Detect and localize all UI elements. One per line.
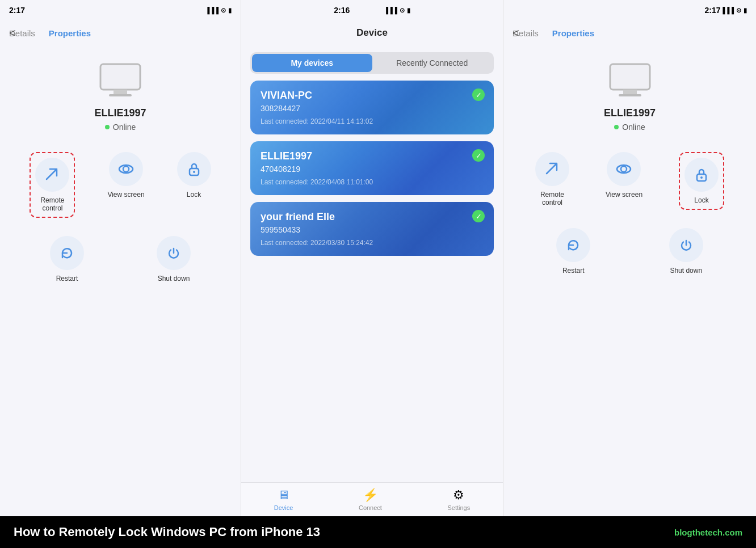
right-wifi-icon: ⊙ (736, 7, 741, 14)
friend-card-last: Last connected: 2022/03/30 15:24:42 (261, 239, 484, 247)
right-view-screen-button[interactable]: View screen (606, 152, 642, 210)
signal-icon: ▐▐▐ (205, 7, 219, 14)
right-lock-button[interactable]: Lock (684, 158, 719, 204)
right-view-screen-circle (607, 152, 641, 186)
right-device-status: Online (614, 123, 645, 132)
left-shutdown-button[interactable]: Shut down (157, 236, 191, 283)
right-status-icons: ▐▐▐ ⊙ ▮ (721, 7, 747, 14)
right-actions-row2: Restart Shut down (513, 219, 747, 284)
bottom-banner: How to Remotely Lock Windows PC from iPh… (0, 516, 756, 548)
ellie-card-id: 470408219 (261, 165, 484, 174)
right-restart-circle (556, 228, 590, 262)
device-card-friend[interactable]: ✓ your friend Elle 599550433 Last connec… (250, 202, 494, 256)
connect-tab-icon: ⚡ (363, 488, 378, 503)
left-device-content: ELLIE1997 Online (0, 45, 241, 516)
vivian-card-id: 308284427 (261, 104, 484, 113)
right-restart-label: Restart (562, 267, 585, 275)
settings-tab-label: Settings (447, 504, 470, 511)
svg-rect-1 (114, 90, 127, 94)
left-view-screen-circle (109, 152, 143, 186)
right-device-name: ELLIE1997 (604, 107, 656, 119)
svg-point-13 (700, 176, 703, 179)
device-tab-selector: My devices Recently Connected (250, 52, 494, 74)
recently-connected-tab[interactable]: Recently Connected (372, 54, 493, 72)
left-back-button[interactable]: < (9, 27, 16, 40)
right-time: 2:17 (705, 6, 721, 15)
my-devices-tab[interactable]: My devices (252, 54, 372, 72)
left-nav-bar: < Details Properties (0, 20, 241, 45)
left-remote-control-button[interactable]: Remotecontrol (35, 158, 69, 212)
left-view-screen-label: View screen (107, 191, 144, 199)
device-card-vivian[interactable]: ✓ VIVIAN-PC 308284427 Last connected: 20… (250, 81, 494, 134)
right-battery-icon: ▮ (744, 7, 747, 14)
wifi-icon: ⊙ (221, 7, 226, 14)
right-status-text: Online (622, 123, 645, 132)
device-tab-icon: 🖥 (278, 488, 290, 503)
tab-connect[interactable]: ⚡ Connect (359, 488, 382, 511)
svg-point-10 (621, 166, 627, 172)
device-list: ✓ VIVIAN-PC 308284427 Last connected: 20… (241, 81, 503, 482)
left-remote-control-circle (35, 158, 69, 192)
right-lock-highlight: Lock (679, 152, 724, 210)
center-time: 2:16 (334, 6, 350, 15)
bottom-banner-url: blogthetech.com (674, 528, 742, 537)
friend-card-name: your friend Elle (261, 211, 484, 223)
left-nav-tabs: Details Properties (9, 28, 91, 38)
left-restart-circle (50, 236, 84, 270)
left-device-status: Online (105, 123, 136, 132)
center-battery-icon: ▮ (407, 7, 410, 14)
svg-rect-0 (100, 64, 140, 90)
center-status-bar: 2:16 ▐▐▐ ⊙ ▮ (241, 0, 503, 20)
tab-settings[interactable]: ⚙ Settings (447, 488, 470, 511)
right-back-button[interactable]: < (513, 27, 519, 40)
svg-rect-9 (619, 94, 641, 96)
left-actions-row2: Restart Shut down (9, 227, 232, 292)
tab-device[interactable]: 🖥 Device (274, 488, 293, 511)
vivian-online-check: ✓ (472, 88, 485, 101)
right-status-dot (614, 125, 619, 129)
connect-tab-label: Connect (359, 504, 382, 511)
left-restart-button[interactable]: Restart (50, 236, 84, 283)
vivian-card-last: Last connected: 2022/04/11 14:13:02 (261, 117, 484, 125)
friend-card-id: 599550433 (261, 225, 484, 234)
center-nav-bar: Device (241, 20, 503, 45)
ellie-online-check: ✓ (472, 149, 485, 162)
right-restart-button[interactable]: Restart (556, 228, 590, 275)
left-device-name: ELLIE1997 (94, 107, 146, 119)
left-device-icon (98, 61, 143, 100)
settings-tab-icon: ⚙ (453, 488, 464, 503)
right-remote-control-label: Remotecontrol (540, 191, 564, 206)
left-lock-circle (177, 152, 211, 186)
right-nav-bar: < Details Properties (503, 20, 756, 45)
left-view-screen-button[interactable]: View screen (107, 152, 144, 218)
right-device-content: ELLIE1997 Online Remotecontrol (503, 45, 756, 516)
svg-point-3 (123, 166, 129, 172)
center-status-icons: ▐▐▐ ⊙ ▮ (384, 7, 410, 14)
left-lock-button[interactable]: Lock (177, 152, 211, 218)
device-tab-label: Device (274, 504, 293, 511)
left-panel: 2:17 ▐▐▐ ⊙ ▮ < Details Properties (0, 0, 241, 516)
right-device-icon (607, 61, 653, 100)
right-shutdown-button[interactable]: Shut down (669, 228, 703, 275)
bottom-tab-bar: 🖥 Device ⚡ Connect ⚙ Settings (241, 482, 503, 516)
right-actions-row1: Remotecontrol View screen (513, 143, 747, 219)
right-lock-label: Lock (694, 196, 708, 204)
friend-online-check: ✓ (472, 210, 485, 222)
svg-rect-2 (109, 94, 132, 96)
left-tab-properties[interactable]: Properties (49, 28, 91, 38)
right-status-bar: 2:17 ▐▐▐ ⊙ ▮ (503, 0, 756, 20)
right-view-screen-label: View screen (606, 191, 642, 199)
left-remote-control-label: Remotecontrol (40, 196, 64, 212)
center-wifi-icon: ⊙ (400, 7, 405, 14)
battery-icon: ▮ (228, 7, 232, 14)
center-signal-icon: ▐▐▐ (384, 7, 397, 14)
left-lock-label: Lock (187, 191, 201, 199)
right-remote-control-circle (535, 152, 569, 186)
right-tab-properties[interactable]: Properties (552, 28, 594, 38)
left-status-dot (105, 125, 110, 129)
right-remote-control-button[interactable]: Remotecontrol (535, 152, 569, 210)
left-shutdown-circle (157, 236, 191, 270)
device-card-ellie[interactable]: ✓ ELLIE1997 470408219 Last connected: 20… (250, 141, 494, 195)
right-signal-icon: ▐▐▐ (721, 7, 734, 14)
left-remote-control-highlight: Remotecontrol (30, 152, 75, 218)
